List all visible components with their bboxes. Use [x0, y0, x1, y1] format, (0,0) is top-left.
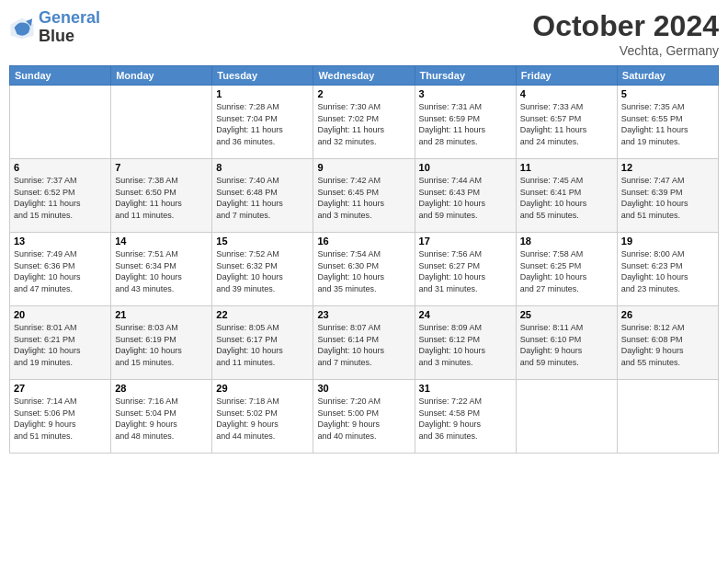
day-number: 15	[216, 236, 309, 247]
day-cell	[617, 380, 718, 454]
logo-line1: General	[39, 8, 100, 27]
day-number: 23	[317, 309, 410, 320]
day-cell: 20Sunrise: 8:01 AM Sunset: 6:21 PM Dayli…	[10, 306, 111, 380]
day-number: 26	[621, 309, 714, 320]
day-info: Sunrise: 7:22 AM Sunset: 4:58 PM Dayligh…	[419, 396, 512, 442]
weekday-header-thursday: Thursday	[415, 66, 516, 86]
day-cell: 3Sunrise: 7:31 AM Sunset: 6:59 PM Daylig…	[415, 86, 516, 159]
day-number: 19	[621, 236, 714, 247]
weekday-header-friday: Friday	[516, 66, 617, 86]
subtitle: Vechta, Germany	[532, 43, 719, 58]
week-row-4: 27Sunrise: 7:14 AM Sunset: 5:06 PM Dayli…	[10, 380, 719, 454]
day-cell: 5Sunrise: 7:35 AM Sunset: 6:55 PM Daylig…	[617, 86, 718, 159]
day-info: Sunrise: 7:30 AM Sunset: 7:02 PM Dayligh…	[317, 101, 410, 147]
day-number: 18	[520, 236, 613, 247]
day-number: 28	[115, 383, 208, 394]
day-cell: 12Sunrise: 7:47 AM Sunset: 6:39 PM Dayli…	[617, 159, 718, 233]
day-number: 13	[14, 236, 107, 247]
day-cell: 4Sunrise: 7:33 AM Sunset: 6:57 PM Daylig…	[516, 86, 617, 159]
week-row-0: 1Sunrise: 7:28 AM Sunset: 7:04 PM Daylig…	[10, 86, 719, 159]
day-number: 8	[216, 162, 309, 173]
day-cell: 29Sunrise: 7:18 AM Sunset: 5:02 PM Dayli…	[212, 380, 313, 454]
day-number: 5	[621, 88, 714, 99]
week-row-2: 13Sunrise: 7:49 AM Sunset: 6:36 PM Dayli…	[10, 233, 719, 306]
day-cell: 2Sunrise: 7:30 AM Sunset: 7:02 PM Daylig…	[313, 86, 415, 159]
day-cell: 24Sunrise: 8:09 AM Sunset: 6:12 PM Dayli…	[415, 306, 516, 380]
day-cell: 25Sunrise: 8:11 AM Sunset: 6:10 PM Dayli…	[516, 306, 617, 380]
day-info: Sunrise: 8:01 AM Sunset: 6:21 PM Dayligh…	[14, 322, 107, 368]
day-cell: 22Sunrise: 8:05 AM Sunset: 6:17 PM Dayli…	[212, 306, 313, 380]
day-number: 11	[520, 162, 613, 173]
day-number: 27	[14, 383, 107, 394]
day-info: Sunrise: 7:35 AM Sunset: 6:55 PM Dayligh…	[621, 101, 714, 147]
day-cell: 13Sunrise: 7:49 AM Sunset: 6:36 PM Dayli…	[10, 233, 111, 306]
day-number: 24	[419, 309, 512, 320]
day-cell: 10Sunrise: 7:44 AM Sunset: 6:43 PM Dayli…	[415, 159, 516, 233]
day-info: Sunrise: 7:51 AM Sunset: 6:34 PM Dayligh…	[115, 248, 208, 294]
day-cell: 15Sunrise: 7:52 AM Sunset: 6:32 PM Dayli…	[212, 233, 313, 306]
day-cell: 18Sunrise: 7:58 AM Sunset: 6:25 PM Dayli…	[516, 233, 617, 306]
day-cell: 6Sunrise: 7:37 AM Sunset: 6:52 PM Daylig…	[10, 159, 111, 233]
logo-icon	[9, 15, 35, 40]
day-info: Sunrise: 7:16 AM Sunset: 5:04 PM Dayligh…	[115, 396, 208, 442]
weekday-row: SundayMondayTuesdayWednesdayThursdayFrid…	[10, 66, 719, 86]
day-info: Sunrise: 7:45 AM Sunset: 6:41 PM Dayligh…	[520, 175, 613, 221]
day-number: 20	[14, 309, 107, 320]
day-number: 10	[419, 162, 512, 173]
day-cell: 28Sunrise: 7:16 AM Sunset: 5:04 PM Dayli…	[111, 380, 212, 454]
day-info: Sunrise: 7:33 AM Sunset: 6:57 PM Dayligh…	[520, 101, 613, 147]
weekday-header-saturday: Saturday	[617, 66, 718, 86]
day-info: Sunrise: 7:18 AM Sunset: 5:02 PM Dayligh…	[216, 396, 309, 442]
day-cell: 31Sunrise: 7:22 AM Sunset: 4:58 PM Dayli…	[415, 380, 516, 454]
day-cell: 11Sunrise: 7:45 AM Sunset: 6:41 PM Dayli…	[516, 159, 617, 233]
logo-text: General Blue	[39, 9, 100, 46]
day-number: 17	[419, 236, 512, 247]
day-info: Sunrise: 7:52 AM Sunset: 6:32 PM Dayligh…	[216, 248, 309, 294]
weekday-header-wednesday: Wednesday	[313, 66, 415, 86]
day-number: 25	[520, 309, 613, 320]
calendar-table: SundayMondayTuesdayWednesdayThursdayFrid…	[9, 65, 719, 454]
day-info: Sunrise: 7:49 AM Sunset: 6:36 PM Dayligh…	[14, 248, 107, 294]
calendar-body: 1Sunrise: 7:28 AM Sunset: 7:04 PM Daylig…	[10, 86, 719, 454]
day-cell: 17Sunrise: 7:56 AM Sunset: 6:27 PM Dayli…	[415, 233, 516, 306]
day-cell: 23Sunrise: 8:07 AM Sunset: 6:14 PM Dayli…	[313, 306, 415, 380]
day-number: 7	[115, 162, 208, 173]
day-number: 12	[621, 162, 714, 173]
week-row-3: 20Sunrise: 8:01 AM Sunset: 6:21 PM Dayli…	[10, 306, 719, 380]
day-number: 31	[419, 383, 512, 394]
week-row-1: 6Sunrise: 7:37 AM Sunset: 6:52 PM Daylig…	[10, 159, 719, 233]
day-info: Sunrise: 7:47 AM Sunset: 6:39 PM Dayligh…	[621, 175, 714, 221]
day-info: Sunrise: 7:42 AM Sunset: 6:45 PM Dayligh…	[317, 175, 410, 221]
day-info: Sunrise: 8:00 AM Sunset: 6:23 PM Dayligh…	[621, 248, 714, 294]
day-cell: 7Sunrise: 7:38 AM Sunset: 6:50 PM Daylig…	[111, 159, 212, 233]
day-number: 29	[216, 383, 309, 394]
calendar-header: SundayMondayTuesdayWednesdayThursdayFrid…	[10, 66, 719, 86]
day-info: Sunrise: 7:58 AM Sunset: 6:25 PM Dayligh…	[520, 248, 613, 294]
day-number: 2	[317, 88, 410, 99]
day-number: 22	[216, 309, 309, 320]
weekday-header-tuesday: Tuesday	[212, 66, 313, 86]
day-cell: 1Sunrise: 7:28 AM Sunset: 7:04 PM Daylig…	[212, 86, 313, 159]
weekday-header-monday: Monday	[111, 66, 212, 86]
day-info: Sunrise: 8:09 AM Sunset: 6:12 PM Dayligh…	[419, 322, 512, 368]
day-info: Sunrise: 7:20 AM Sunset: 5:00 PM Dayligh…	[317, 396, 410, 442]
day-number: 6	[14, 162, 107, 173]
day-cell: 30Sunrise: 7:20 AM Sunset: 5:00 PM Dayli…	[313, 380, 415, 454]
day-cell: 21Sunrise: 8:03 AM Sunset: 6:19 PM Dayli…	[111, 306, 212, 380]
day-info: Sunrise: 7:37 AM Sunset: 6:52 PM Dayligh…	[14, 175, 107, 221]
day-info: Sunrise: 7:54 AM Sunset: 6:30 PM Dayligh…	[317, 248, 410, 294]
day-info: Sunrise: 7:14 AM Sunset: 5:06 PM Dayligh…	[14, 396, 107, 442]
weekday-header-sunday: Sunday	[10, 66, 111, 86]
day-info: Sunrise: 8:12 AM Sunset: 6:08 PM Dayligh…	[621, 322, 714, 368]
day-cell: 9Sunrise: 7:42 AM Sunset: 6:45 PM Daylig…	[313, 159, 415, 233]
day-number: 9	[317, 162, 410, 173]
day-cell: 16Sunrise: 7:54 AM Sunset: 6:30 PM Dayli…	[313, 233, 415, 306]
day-number: 30	[317, 383, 410, 394]
day-cell	[516, 380, 617, 454]
logo-line2: Blue	[39, 28, 100, 46]
day-info: Sunrise: 7:44 AM Sunset: 6:43 PM Dayligh…	[419, 175, 512, 221]
day-cell	[10, 86, 111, 159]
day-info: Sunrise: 8:03 AM Sunset: 6:19 PM Dayligh…	[115, 322, 208, 368]
day-info: Sunrise: 8:07 AM Sunset: 6:14 PM Dayligh…	[317, 322, 410, 368]
day-info: Sunrise: 8:05 AM Sunset: 6:17 PM Dayligh…	[216, 322, 309, 368]
